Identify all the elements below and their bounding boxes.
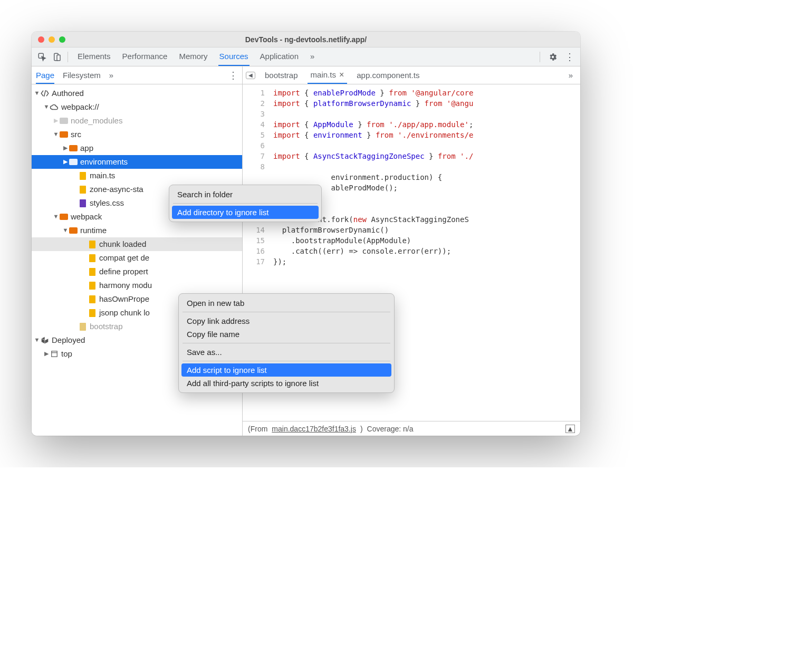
file-tab-main-ts[interactable]: main.ts × xyxy=(308,67,348,84)
svg-rect-3 xyxy=(52,351,57,357)
tree-harmony[interactable]: harmony modu xyxy=(32,279,242,292)
tree-label: environments xyxy=(80,156,128,168)
sidebar-tab-filesystem[interactable]: Filesystem xyxy=(63,71,101,80)
folder-icon xyxy=(69,226,78,235)
folder-icon xyxy=(59,116,69,126)
device-toggle-icon[interactable] xyxy=(51,51,63,63)
file-tabs: ◀ bootstrap main.ts × app.component.ts » xyxy=(243,66,580,84)
status-source-link[interactable]: main.dacc17b2fe3f1fa3.js xyxy=(272,425,356,433)
window-title: DevTools - ng-devtools.netlify.app/ xyxy=(32,35,580,44)
context-menu-file: Open in new tab Copy link address Copy f… xyxy=(178,293,395,393)
sidebar-tabs-overflow[interactable]: » xyxy=(109,71,113,80)
inspect-icon[interactable] xyxy=(36,51,49,63)
file-icon xyxy=(88,267,97,276)
svg-rect-2 xyxy=(57,55,60,61)
tree-label: jsonp chunk lo xyxy=(99,306,150,319)
file-tabs-overflow[interactable]: » xyxy=(569,71,573,80)
tree-chunk-loaded[interactable]: chunk loaded xyxy=(32,237,242,251)
tab-memory[interactable]: Memory xyxy=(178,47,208,66)
tree-label: src xyxy=(71,128,81,141)
file-tab-bootstrap[interactable]: bootstrap xyxy=(262,68,301,83)
titlebar: DevTools - ng-devtools.netlify.app/ xyxy=(32,32,580,47)
menu-copy-file-name[interactable]: Copy file name xyxy=(181,328,391,341)
tab-elements[interactable]: Elements xyxy=(76,47,112,66)
menu-add-directory-ignore[interactable]: Add directory to ignore list xyxy=(172,206,319,219)
file-icon xyxy=(88,294,97,304)
tree-label: webpack:// xyxy=(61,101,99,113)
frame-icon xyxy=(50,349,59,359)
status-coverage: Coverage: n/a xyxy=(367,425,414,433)
tree-label: bootstrap xyxy=(90,320,123,333)
folder-icon xyxy=(59,212,69,222)
file-icon xyxy=(88,308,97,318)
close-icon[interactable]: × xyxy=(339,70,344,80)
sidebar-tabs: Page Filesystem » ⋮ xyxy=(32,66,242,84)
tree-authored[interactable]: Authored xyxy=(32,87,242,100)
minimize-window-button[interactable] xyxy=(49,36,55,43)
tree-label: zone-async-sta xyxy=(90,183,143,196)
tree-label: define propert xyxy=(99,265,148,278)
tree-label: main.ts xyxy=(90,169,115,182)
file-icon xyxy=(88,253,97,263)
menu-add-script-ignore[interactable]: Add script to ignore list xyxy=(181,363,391,377)
tab-application[interactable]: Application xyxy=(259,47,300,66)
folder-icon xyxy=(69,157,78,167)
cloud-icon xyxy=(50,102,59,112)
cube-icon xyxy=(40,335,50,345)
devtools-window: DevTools - ng-devtools.netlify.app/ Elem… xyxy=(32,32,580,436)
folder-icon xyxy=(69,143,78,153)
tree-compat-get[interactable]: compat get de xyxy=(32,251,242,265)
menu-search-in-folder[interactable]: Search in folder xyxy=(172,188,319,201)
tree-label: webpack xyxy=(71,210,102,223)
tree-label: node_modules xyxy=(71,114,122,127)
tree-label: styles.css xyxy=(90,197,124,209)
tree-label: compat get de xyxy=(99,252,149,264)
file-icon xyxy=(78,185,88,194)
file-icon xyxy=(88,281,97,290)
tree-label: harmony modu xyxy=(99,279,152,292)
tree-label: Authored xyxy=(52,87,84,100)
file-icon xyxy=(88,239,97,249)
tab-performance[interactable]: Performance xyxy=(121,47,169,66)
status-from: (From xyxy=(248,425,267,433)
tree-define-property[interactable]: define propert xyxy=(32,265,242,279)
menu-add-all-third-party-ignore[interactable]: Add all third-party scripts to ignore li… xyxy=(181,377,391,390)
tabs-overflow[interactable]: » xyxy=(309,47,315,66)
tree-node-modules[interactable]: node_modules xyxy=(32,114,242,128)
close-window-button[interactable] xyxy=(38,36,44,43)
menu-open-new-tab[interactable]: Open in new tab xyxy=(181,296,391,310)
zoom-window-button[interactable] xyxy=(59,36,65,43)
tree-main-ts[interactable]: main.ts xyxy=(32,169,242,183)
menu-copy-link[interactable]: Copy link address xyxy=(181,314,391,328)
file-icon xyxy=(78,171,88,180)
status-bar: (From main.dacc17b2fe3f1fa3.js) Coverage… xyxy=(243,421,580,436)
tree-src[interactable]: src xyxy=(32,128,242,141)
code-brackets-icon xyxy=(40,89,50,98)
tree-label: app xyxy=(80,142,93,155)
tree-label: top xyxy=(61,348,72,360)
file-icon xyxy=(78,198,88,208)
toolbar: Elements Performance Memory Sources Appl… xyxy=(32,47,580,66)
tree-label: Deployed xyxy=(52,334,85,347)
tree-runtime[interactable]: runtime xyxy=(32,224,242,237)
tree-label: chunk loaded xyxy=(99,238,146,251)
kebab-icon[interactable]: ⋮ xyxy=(563,51,576,63)
tab-sources[interactable]: Sources xyxy=(218,47,250,66)
tree-app[interactable]: app xyxy=(32,141,242,155)
gear-icon[interactable] xyxy=(546,51,559,63)
folder-icon xyxy=(59,130,69,139)
tree-environments[interactable]: environments xyxy=(32,155,242,169)
tree-webpack-scheme[interactable]: webpack:// xyxy=(32,100,242,114)
file-tab-app-component[interactable]: app.component.ts xyxy=(353,68,423,83)
navigate-icon[interactable]: ◀ xyxy=(246,72,255,79)
context-menu-folder: Search in folder Add directory to ignore… xyxy=(169,185,322,222)
sidebar-tab-page[interactable]: Page xyxy=(36,66,54,84)
tree-label: runtime xyxy=(80,224,107,237)
tree-label: hasOwnPrope xyxy=(99,293,149,305)
menu-save-as[interactable]: Save as... xyxy=(181,345,391,359)
sidebar-kebab-icon[interactable]: ⋮ xyxy=(228,70,238,81)
toggle-drawer-icon[interactable]: ▲ xyxy=(565,425,575,433)
file-icon xyxy=(78,322,88,331)
